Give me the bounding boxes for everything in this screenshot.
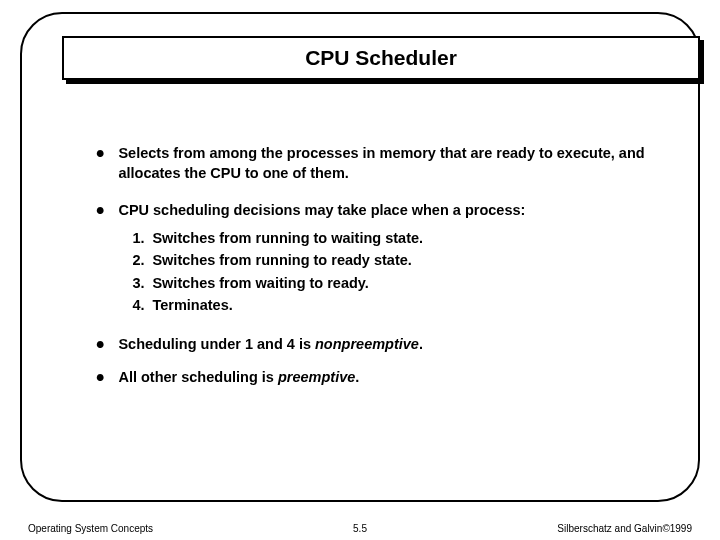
bullet-3-post: .	[419, 336, 423, 352]
bullet-1: • Selects from among the processes in me…	[96, 144, 676, 183]
subitem-1: 1.Switches from running to waiting state…	[132, 227, 676, 249]
bullet-dot-icon: •	[96, 146, 104, 160]
bullet-4-em: preemptive	[278, 369, 355, 385]
footer: Operating System Concepts 5.5 Silberscha…	[0, 514, 720, 534]
bullet-dot-icon: •	[96, 370, 104, 384]
bullet-1-text: Selects from among the processes in memo…	[118, 144, 676, 183]
bullet-3-pre: Scheduling under 1 and 4 is	[118, 336, 315, 352]
bullet-4-post: .	[355, 369, 359, 385]
bullet-dot-icon: •	[96, 203, 104, 217]
title-box: CPU Scheduler	[62, 36, 700, 80]
footer-right: Silberschatz and Galvin©1999	[557, 523, 692, 534]
slide-title: CPU Scheduler	[305, 46, 457, 70]
bullet-dot-icon: •	[96, 337, 104, 351]
slide-frame: CPU Scheduler • Selects from among the p…	[20, 12, 700, 502]
subitem-2: 2.Switches from running to ready state.	[132, 249, 676, 271]
bullet-2-lead: CPU scheduling decisions may take place …	[118, 202, 525, 218]
subitem-4: 4.Terminates.	[132, 294, 676, 316]
bullet-3-em: nonpreemptive	[315, 336, 419, 352]
bullet-4: • All other scheduling is preemptive.	[96, 368, 676, 388]
bullet-2-sublist: 1.Switches from running to waiting state…	[132, 227, 676, 317]
content-area: • Selects from among the processes in me…	[96, 144, 676, 406]
bullet-2: • CPU scheduling decisions may take plac…	[96, 201, 676, 316]
bullet-4-pre: All other scheduling is	[118, 369, 278, 385]
subitem-3: 3.Switches from waiting to ready.	[132, 272, 676, 294]
bullet-3: • Scheduling under 1 and 4 is nonpreempt…	[96, 335, 676, 355]
